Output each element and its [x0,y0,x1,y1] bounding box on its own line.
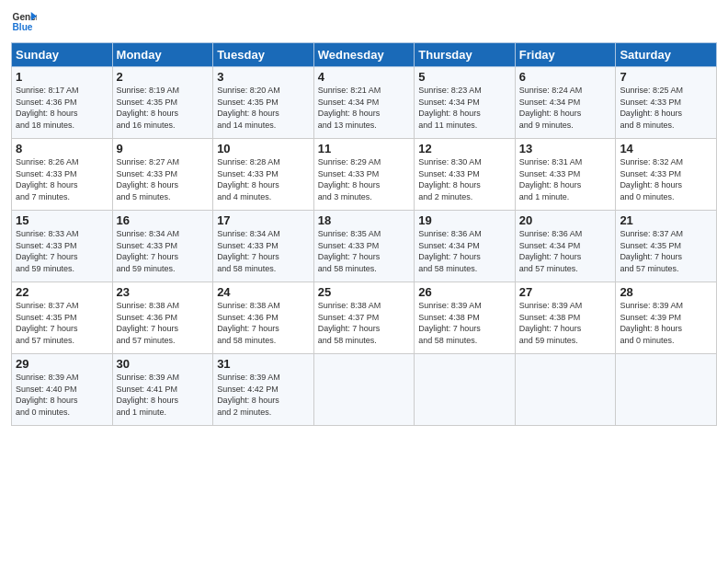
svg-text:Blue: Blue [13,22,33,32]
day-number: 30 [117,357,210,371]
day-info: Sunrise: 8:25 AMSunset: 4:33 PMDaylight:… [620,85,712,131]
day-number: 21 [620,213,712,227]
logo-icon: General Blue [11,9,37,35]
calendar-cell: 25Sunrise: 8:38 AMSunset: 4:37 PMDayligh… [313,282,415,354]
day-info: Sunrise: 8:20 AMSunset: 4:35 PMDaylight:… [217,85,310,131]
calendar-cell: 9Sunrise: 8:27 AMSunset: 4:33 PMDaylight… [112,139,213,211]
day-number: 15 [16,213,108,227]
day-info: Sunrise: 8:39 AMSunset: 4:38 PMDaylight:… [519,300,612,346]
day-info: Sunrise: 8:32 AMSunset: 4:33 PMDaylight:… [620,156,712,202]
day-info: Sunrise: 8:35 AMSunset: 4:33 PMDaylight:… [318,228,411,274]
day-number: 29 [16,357,108,371]
day-number: 27 [519,285,612,299]
day-number: 16 [117,213,210,227]
day-number: 9 [117,142,210,155]
day-number: 6 [519,70,612,84]
calendar-cell: 27Sunrise: 8:39 AMSunset: 4:38 PMDayligh… [515,282,616,354]
day-info: Sunrise: 8:26 AMSunset: 4:33 PMDaylight:… [16,156,108,202]
calendar-cell: 19Sunrise: 8:36 AMSunset: 4:34 PMDayligh… [415,211,516,282]
day-info: Sunrise: 8:30 AMSunset: 4:33 PMDaylight:… [418,156,511,202]
day-info: Sunrise: 8:39 AMSunset: 4:42 PMDaylight:… [217,372,310,418]
calendar-cell: 12Sunrise: 8:30 AMSunset: 4:33 PMDayligh… [415,139,516,211]
day-info: Sunrise: 8:39 AMSunset: 4:39 PMDaylight:… [620,300,712,346]
calendar-cell: 7Sunrise: 8:25 AMSunset: 4:33 PMDaylight… [616,67,717,139]
header-day-saturday: Saturday [616,43,717,67]
calendar-table: SundayMondayTuesdayWednesdayThursdayFrid… [11,42,717,426]
day-info: Sunrise: 8:21 AMSunset: 4:34 PMDaylight:… [318,85,411,131]
day-number: 3 [217,70,310,84]
day-info: Sunrise: 8:24 AMSunset: 4:34 PMDaylight:… [519,85,612,131]
calendar-cell: 26Sunrise: 8:39 AMSunset: 4:38 PMDayligh… [415,282,516,354]
header-day-monday: Monday [112,43,213,67]
calendar-cell [415,354,516,426]
calendar-cell: 18Sunrise: 8:35 AMSunset: 4:33 PMDayligh… [313,211,415,282]
calendar-cell: 15Sunrise: 8:33 AMSunset: 4:33 PMDayligh… [12,211,113,282]
day-info: Sunrise: 8:38 AMSunset: 4:37 PMDaylight:… [318,300,411,346]
day-number: 24 [217,285,310,299]
week-row-5: 29Sunrise: 8:39 AMSunset: 4:40 PMDayligh… [12,354,717,426]
calendar-cell: 23Sunrise: 8:38 AMSunset: 4:36 PMDayligh… [112,282,213,354]
day-number: 10 [217,142,310,155]
header-day-friday: Friday [515,43,616,67]
day-info: Sunrise: 8:34 AMSunset: 4:33 PMDaylight:… [217,228,310,274]
week-row-2: 8Sunrise: 8:26 AMSunset: 4:33 PMDaylight… [12,139,717,211]
week-row-1: 1Sunrise: 8:17 AMSunset: 4:36 PMDaylight… [12,67,717,139]
calendar-cell: 5Sunrise: 8:23 AMSunset: 4:34 PMDaylight… [415,67,516,139]
calendar-cell: 22Sunrise: 8:37 AMSunset: 4:35 PMDayligh… [12,282,113,354]
header-day-tuesday: Tuesday [213,43,314,67]
day-number: 5 [418,70,511,84]
calendar-cell: 10Sunrise: 8:28 AMSunset: 4:33 PMDayligh… [213,139,314,211]
calendar-cell [515,354,616,426]
calendar-header: SundayMondayTuesdayWednesdayThursdayFrid… [12,43,717,67]
day-info: Sunrise: 8:34 AMSunset: 4:33 PMDaylight:… [117,228,210,274]
day-number: 20 [519,213,612,227]
day-number: 8 [16,142,108,155]
day-number: 19 [418,213,511,227]
day-number: 14 [620,142,712,155]
day-info: Sunrise: 8:37 AMSunset: 4:35 PMDaylight:… [620,228,712,274]
day-info: Sunrise: 8:28 AMSunset: 4:33 PMDaylight:… [217,156,310,202]
calendar-cell: 11Sunrise: 8:29 AMSunset: 4:33 PMDayligh… [313,139,415,211]
calendar-cell: 30Sunrise: 8:39 AMSunset: 4:41 PMDayligh… [112,354,213,426]
day-info: Sunrise: 8:31 AMSunset: 4:33 PMDaylight:… [519,156,612,202]
header-day-thursday: Thursday [415,43,516,67]
calendar-cell: 1Sunrise: 8:17 AMSunset: 4:36 PMDaylight… [12,67,113,139]
day-number: 18 [318,213,411,227]
calendar-cell: 3Sunrise: 8:20 AMSunset: 4:35 PMDaylight… [213,67,314,139]
calendar-cell: 20Sunrise: 8:36 AMSunset: 4:34 PMDayligh… [515,211,616,282]
day-number: 17 [217,213,310,227]
day-number: 4 [318,70,411,84]
header-day-sunday: Sunday [12,43,113,67]
calendar-cell: 13Sunrise: 8:31 AMSunset: 4:33 PMDayligh… [515,139,616,211]
calendar-cell [313,354,415,426]
day-info: Sunrise: 8:23 AMSunset: 4:34 PMDaylight:… [418,85,511,131]
day-number: 28 [620,285,712,299]
page-container: General Blue SundayMondayTuesdayWednesda… [0,0,728,433]
header-row: SundayMondayTuesdayWednesdayThursdayFrid… [12,43,717,67]
day-info: Sunrise: 8:39 AMSunset: 4:38 PMDaylight:… [418,300,511,346]
calendar-body: 1Sunrise: 8:17 AMSunset: 4:36 PMDaylight… [12,67,717,426]
header-day-wednesday: Wednesday [313,43,415,67]
day-number: 13 [519,142,612,155]
day-info: Sunrise: 8:36 AMSunset: 4:34 PMDaylight:… [519,228,612,274]
calendar-cell: 24Sunrise: 8:38 AMSunset: 4:36 PMDayligh… [213,282,314,354]
day-info: Sunrise: 8:38 AMSunset: 4:36 PMDaylight:… [217,300,310,346]
calendar-cell: 21Sunrise: 8:37 AMSunset: 4:35 PMDayligh… [616,211,717,282]
day-info: Sunrise: 8:29 AMSunset: 4:33 PMDaylight:… [318,156,411,202]
calendar-cell: 17Sunrise: 8:34 AMSunset: 4:33 PMDayligh… [213,211,314,282]
day-info: Sunrise: 8:17 AMSunset: 4:36 PMDaylight:… [16,85,108,131]
day-info: Sunrise: 8:27 AMSunset: 4:33 PMDaylight:… [117,156,210,202]
day-info: Sunrise: 8:38 AMSunset: 4:36 PMDaylight:… [117,300,210,346]
day-info: Sunrise: 8:37 AMSunset: 4:35 PMDaylight:… [16,300,108,346]
logo: General Blue [11,9,37,35]
day-info: Sunrise: 8:36 AMSunset: 4:34 PMDaylight:… [418,228,511,274]
calendar-cell: 29Sunrise: 8:39 AMSunset: 4:40 PMDayligh… [12,354,113,426]
day-info: Sunrise: 8:39 AMSunset: 4:41 PMDaylight:… [117,372,210,418]
day-info: Sunrise: 8:33 AMSunset: 4:33 PMDaylight:… [16,228,108,274]
day-number: 31 [217,357,310,371]
day-number: 12 [418,142,511,155]
calendar-cell: 31Sunrise: 8:39 AMSunset: 4:42 PMDayligh… [213,354,314,426]
calendar-cell: 6Sunrise: 8:24 AMSunset: 4:34 PMDaylight… [515,67,616,139]
day-number: 25 [318,285,411,299]
calendar-cell: 14Sunrise: 8:32 AMSunset: 4:33 PMDayligh… [616,139,717,211]
